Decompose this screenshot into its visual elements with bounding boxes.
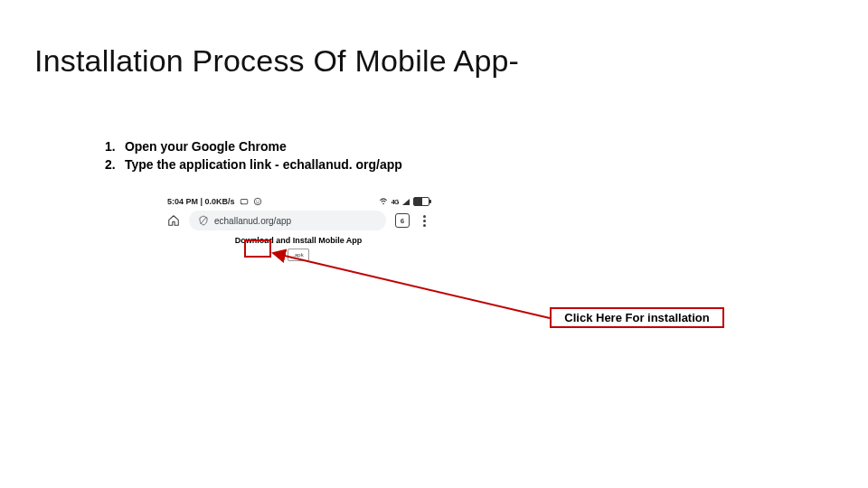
list-link-text: echallanud. org/app (283, 157, 402, 172)
apk-label: .apk (293, 252, 303, 258)
cast-icon (240, 198, 249, 206)
mobile-browser-mock: 5:04 PM | 0.0KB/s 4G echallanud.org/app (158, 197, 439, 261)
status-right: 4G (379, 197, 429, 206)
status-time: 5:04 PM | 0.0KB/s (167, 197, 235, 206)
tabs-button[interactable]: 6 (395, 213, 410, 228)
status-left: 5:04 PM | 0.0KB/s (167, 197, 262, 206)
tab-count: 6 (401, 217, 404, 225)
highlight-rectangle (244, 239, 271, 258)
wifi-icon (379, 197, 388, 206)
svg-point-4 (258, 201, 259, 202)
kebab-menu-icon[interactable] (419, 215, 429, 227)
list-text: Open your Google Chrome (125, 139, 287, 154)
not-secure-icon (198, 215, 209, 226)
list-item: 1. Open your Google Chrome (105, 137, 402, 155)
browser-toolbar: echallanud.org/app 6 (158, 208, 439, 234)
callout-box: Click Here For installation (550, 307, 724, 328)
mock-page-content: Download and Install Mobile App .apk (158, 234, 439, 261)
status-bar: 5:04 PM | 0.0KB/s 4G (158, 197, 439, 208)
battery-icon (413, 197, 429, 206)
mock-page-heading: Download and Install Mobile App (158, 236, 439, 245)
list-number: 1. (105, 137, 121, 155)
signal-icon (402, 199, 410, 205)
list-item: 2. Type the application link - echallanu… (105, 155, 402, 174)
svg-point-5 (382, 203, 384, 205)
apk-download-button[interactable]: .apk (288, 249, 309, 261)
address-url: echallanud.org/app (214, 216, 291, 226)
address-bar[interactable]: echallanud.org/app (189, 211, 386, 230)
callout-text: Click Here For installation (564, 311, 709, 324)
page-title: Installation Process Of Mobile App- (34, 43, 519, 79)
svg-line-6 (201, 217, 207, 224)
svg-line-7 (273, 253, 550, 318)
svg-point-1 (241, 202, 241, 203)
face-icon (253, 197, 262, 206)
home-icon[interactable] (167, 214, 180, 227)
instruction-list: 1. Open your Google Chrome 2. Type the a… (105, 137, 402, 174)
svg-point-3 (256, 201, 257, 202)
svg-point-2 (254, 198, 261, 205)
list-number: 2. (105, 155, 121, 174)
list-text: Type the application link - (125, 157, 283, 172)
